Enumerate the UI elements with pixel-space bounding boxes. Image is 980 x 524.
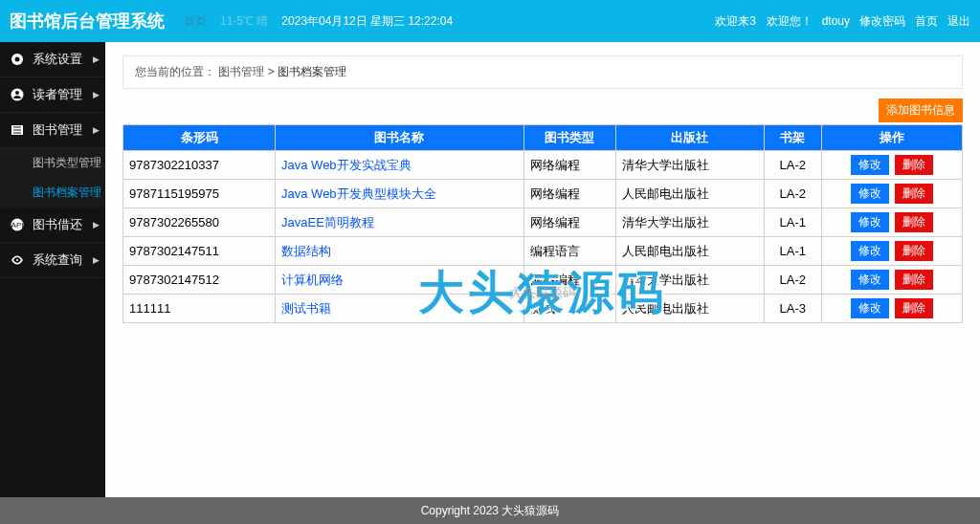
sidebar: 系统设置 ▶ 读者管理 ▶ 图书管理 ▶ 图书类型管理 图书档案管理 API 图… xyxy=(0,42,105,497)
sidebar-sub-book-archive[interactable]: 图书档案管理 xyxy=(0,178,105,207)
cell-book-type: 网络编程 xyxy=(523,208,616,237)
table-row: 9787302147511数据结构编程语言人民邮电出版社LA-1修改删除 xyxy=(123,237,963,266)
book-icon xyxy=(10,122,25,138)
sidebar-item-label: 系统设置 xyxy=(33,51,82,68)
change-password-link[interactable]: 修改密码 xyxy=(859,13,905,30)
sidebar-item-system[interactable]: 系统设置 ▶ xyxy=(0,42,105,77)
edit-button[interactable]: 修改 xyxy=(851,212,889,232)
breadcrumb-p1[interactable]: 图书管理 xyxy=(218,65,264,78)
delete-button[interactable]: 删除 xyxy=(895,184,933,204)
svg-text:API: API xyxy=(11,221,24,229)
table-row: 9787302265580JavaEE简明教程网络编程清华大学出版社LA-1修改… xyxy=(123,208,963,237)
nav-home[interactable]: 首页 xyxy=(184,13,207,30)
cell-shelf: LA-3 xyxy=(764,295,821,323)
cell-actions: 修改删除 xyxy=(821,266,962,295)
cell-shelf: LA-2 xyxy=(764,151,821,180)
breadcrumb-p2: 图书档案管理 xyxy=(278,65,346,78)
breadcrumb-sep: > xyxy=(268,65,275,78)
welcome-text: 欢迎来3 xyxy=(715,13,756,30)
sidebar-item-query[interactable]: 系统查询 ▶ xyxy=(0,243,105,278)
delete-button[interactable]: 删除 xyxy=(895,212,933,232)
add-book-button[interactable]: 添加图书信息 xyxy=(879,98,963,122)
watermark-small: 大头猿源码 xyxy=(509,285,576,302)
gear-icon xyxy=(10,52,25,67)
watermark: 大头猿源码 大头猿源码 xyxy=(418,262,667,302)
cell-publisher: 人民邮电出版社 xyxy=(616,237,765,266)
datetime-text: 2023年04月12日 星期三 12:22:04 xyxy=(281,13,453,30)
cell-barcode: 9787115195975 xyxy=(123,180,276,208)
cell-barcode: 9787302147512 xyxy=(123,266,276,295)
brand-title: 图书馆后台管理系统 xyxy=(10,10,165,33)
cell-book-name[interactable]: 数据结构 xyxy=(276,237,523,266)
cell-actions: 修改删除 xyxy=(821,208,962,237)
cell-book-type: 网络编程 xyxy=(523,180,616,208)
query-icon xyxy=(10,252,25,268)
cell-shelf: LA-1 xyxy=(764,208,821,237)
chevron-right-icon: ▶ xyxy=(93,255,100,265)
table-row: 9787302210337Java Web开发实战宝典网络编程清华大学出版社LA… xyxy=(123,151,963,180)
table-header: 出版社 xyxy=(616,125,765,151)
table-header: 图书名称 xyxy=(276,125,523,151)
edit-button[interactable]: 修改 xyxy=(851,298,889,318)
table-header: 图书类型 xyxy=(523,125,616,151)
cell-actions: 修改删除 xyxy=(821,151,962,180)
edit-button[interactable]: 修改 xyxy=(851,241,889,261)
svg-point-1 xyxy=(15,57,20,62)
sidebar-sub-book-type[interactable]: 图书类型管理 xyxy=(0,148,105,178)
cell-shelf: LA-2 xyxy=(764,266,821,295)
cell-barcode: 9787302147511 xyxy=(123,237,276,266)
cell-shelf: LA-1 xyxy=(764,237,821,266)
delete-button[interactable]: 删除 xyxy=(895,241,933,261)
sidebar-item-loan[interactable]: API 图书借还 ▶ xyxy=(0,207,105,243)
cell-book-type: 编程语言 xyxy=(523,237,616,266)
sidebar-item-label: 读者管理 xyxy=(33,86,82,103)
table-header: 条形码 xyxy=(123,125,276,151)
sidebar-item-book[interactable]: 图书管理 ▶ xyxy=(0,113,105,148)
main-panel: 您当前的位置： 图书管理 > 图书档案管理 添加图书信息 条形码图书名称图书类型… xyxy=(105,42,980,497)
table-header: 操作 xyxy=(821,125,962,151)
cell-publisher: 清华大学出版社 xyxy=(616,208,765,237)
delete-button[interactable]: 删除 xyxy=(895,298,933,318)
edit-button[interactable]: 修改 xyxy=(851,270,889,290)
edit-button[interactable]: 修改 xyxy=(851,155,889,175)
loan-icon: API xyxy=(10,217,25,232)
cell-barcode: 9787302210337 xyxy=(123,151,276,180)
topbar-mid: 首页 11-5℃ 晴 2023年04月12日 星期三 12:22:04 欢迎来3 xyxy=(184,13,767,30)
cell-actions: 修改删除 xyxy=(821,237,962,266)
logout-link[interactable]: 退出 xyxy=(947,13,970,30)
sidebar-item-reader[interactable]: 读者管理 ▶ xyxy=(0,77,105,113)
chevron-right-icon: ▶ xyxy=(93,90,100,99)
cell-publisher: 人民邮电出版社 xyxy=(616,180,765,208)
footer: Copyright 2023 大头猿源码 xyxy=(0,497,980,524)
table-row: 9787115195975Java Web开发典型模块大全网络编程人民邮电出版社… xyxy=(123,180,963,208)
cell-actions: 修改删除 xyxy=(821,295,962,323)
delete-button[interactable]: 删除 xyxy=(895,155,933,175)
cell-shelf: LA-2 xyxy=(764,180,821,208)
add-bar: 添加图书信息 xyxy=(122,98,963,122)
sidebar-item-label: 图书借还 xyxy=(33,216,82,233)
svg-point-3 xyxy=(15,91,19,95)
edit-button[interactable]: 修改 xyxy=(851,184,889,204)
cell-book-name[interactable]: Java Web开发典型模块大全 xyxy=(276,180,523,208)
cell-book-name[interactable]: Java Web开发实战宝典 xyxy=(276,151,523,180)
chevron-right-icon: ▶ xyxy=(93,55,100,64)
cell-barcode: 111111 xyxy=(123,295,276,323)
delete-button[interactable]: 删除 xyxy=(895,270,933,290)
cell-actions: 修改删除 xyxy=(821,180,962,208)
sidebar-item-label: 系统查询 xyxy=(33,251,82,269)
cell-barcode: 9787302265580 xyxy=(123,208,276,237)
chevron-down-icon: ▶ xyxy=(93,125,100,135)
reader-icon xyxy=(10,87,25,102)
top-links: 欢迎您！ dtouy 修改密码 首页 退出 xyxy=(767,13,970,30)
weather-text: 11-5℃ 晴 xyxy=(220,13,268,30)
user-link[interactable]: dtouy xyxy=(822,14,850,28)
chevron-right-icon: ▶ xyxy=(93,220,100,229)
home-link[interactable]: 首页 xyxy=(915,13,938,30)
breadcrumb: 您当前的位置： 图书管理 > 图书档案管理 xyxy=(122,55,963,89)
breadcrumb-label: 您当前的位置： xyxy=(135,65,215,78)
cell-book-type: 网络编程 xyxy=(523,151,616,180)
cell-book-name[interactable]: JavaEE简明教程 xyxy=(276,208,523,237)
cell-publisher: 清华大学出版社 xyxy=(616,151,765,180)
greet-text: 欢迎您！ xyxy=(767,13,813,30)
topbar: 图书馆后台管理系统 首页 11-5℃ 晴 2023年04月12日 星期三 12:… xyxy=(0,0,980,42)
